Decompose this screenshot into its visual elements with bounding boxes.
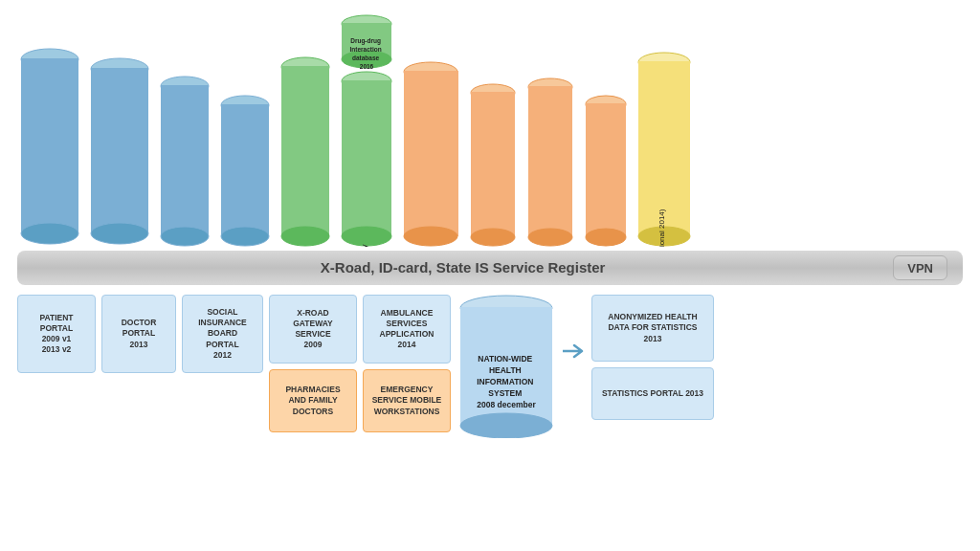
ambulance-box: AMBULANCE SERVICES APPLICATION 2014 — [363, 295, 451, 364]
svg-rect-37 — [528, 86, 572, 237]
cylinder-quality-registers: QUALITY REGISTERS Cancer, HIV, Myocardia… — [400, 60, 462, 247]
cylinder-nationwide-picture: NATION-WIDE PICTURE ARCHIVE 2005 (nation… — [635, 51, 694, 247]
pharmacies-box: PHARMACIES AND FAMILY DOCTORS — [269, 369, 357, 432]
statistics-portal-box: STATISTICS PORTAL 2013 — [591, 367, 714, 420]
vpn-label: VPN — [907, 261, 933, 276]
anonymized-box: ANONYMIZED HEALTH DATA FOR STATISTICS 20… — [591, 295, 714, 362]
svg-rect-41 — [586, 103, 626, 237]
svg-point-26 — [342, 227, 391, 246]
cylinder-school-nurses: SCHOOL NURSES 2010 september — [524, 77, 577, 247]
svg-rect-25 — [342, 80, 391, 236]
cylinder-business-register: BUSINESS REGISTER — [217, 94, 273, 247]
xroad-gateway-box: X-ROAD GATEWAY SERVICE 2009 — [269, 295, 357, 364]
xroad-bar: X-Road, ID-card, State IS Service Regist… — [17, 251, 963, 285]
svg-rect-1 — [21, 58, 78, 233]
svg-point-6 — [91, 223, 148, 244]
doctor-portal-box: DOCTOR PORTAL 2013 — [101, 295, 176, 373]
svg-text:PRESCRIPTION CENTRE 2010 janua: PRESCRIPTION CENTRE 2010 january — [360, 244, 368, 247]
cylinder-state-agency: STATE AGENCY OF MEDICINES - Coding Centr… — [17, 46, 82, 247]
svg-point-34 — [471, 229, 515, 246]
vpn-box: VPN — [893, 255, 947, 280]
svg-rect-29 — [404, 71, 458, 236]
svg-rect-5 — [91, 68, 148, 233]
svg-rect-17 — [281, 66, 329, 236]
nationwide-his-box: NATION-WIDE HEALTH INFORMATION SYSTEM 20… — [457, 295, 557, 438]
patient-portal-box: PATIENT PORTAL 2009 v1 2013 v2 — [17, 295, 96, 373]
social-insurance-box: SOCIAL INSURANCE BOARD PORTAL 2012 — [182, 295, 263, 373]
cylinder-health-care-board: HEALTH CARE BOARD - Health care provider… — [87, 55, 152, 247]
svg-point-10 — [161, 227, 209, 246]
svg-text:NATION-WIDE
          HEALTH
 : NATION-WIDE HEALTH INFORMATION SYSTEM 20… — [477, 354, 536, 409]
cylinder-hospitals: HOSPITALS 2009 — [582, 94, 630, 247]
cylinder-population-register: POPULATION REGISTER — [157, 75, 212, 247]
arrow-right — [563, 295, 586, 360]
cylinder-prescription-centre: Drug-drug Interaction database 2016 PRES… — [338, 70, 395, 247]
svg-point-30 — [404, 227, 457, 246]
svg-point-42 — [586, 229, 626, 246]
cylinder-family-doctors: FAMILY DOCTORS 2009 — [467, 82, 520, 247]
svg-point-2 — [21, 223, 78, 244]
svg-point-38 — [528, 229, 572, 246]
svg-point-18 — [281, 227, 329, 246]
svg-rect-13 — [221, 104, 269, 236]
svg-point-50 — [460, 413, 552, 438]
main-diagram: STATE AGENCY OF MEDICINES - Coding Centr… — [0, 0, 980, 551]
svg-rect-9 — [161, 85, 209, 236]
svg-text:NATION-WIDE PICTURE ARCHIVE 20: NATION-WIDE PICTURE ARCHIVE 2005 (nation… — [657, 209, 666, 247]
bottom-section: PATIENT PORTAL 2009 v1 2013 v2 DOCTOR PO… — [10, 289, 970, 444]
svg-point-14 — [221, 227, 269, 246]
svg-rect-33 — [471, 92, 515, 237]
cylinder-health-insurance: HEALTH INSURANCE FUND REGISTER — [278, 55, 333, 247]
xroad-label: X-Road, ID-card, State IS Service Regist… — [321, 259, 606, 276]
emergency-box: EMERGENCY SERVICE MOBILE WORKSTATIONS — [363, 369, 451, 432]
